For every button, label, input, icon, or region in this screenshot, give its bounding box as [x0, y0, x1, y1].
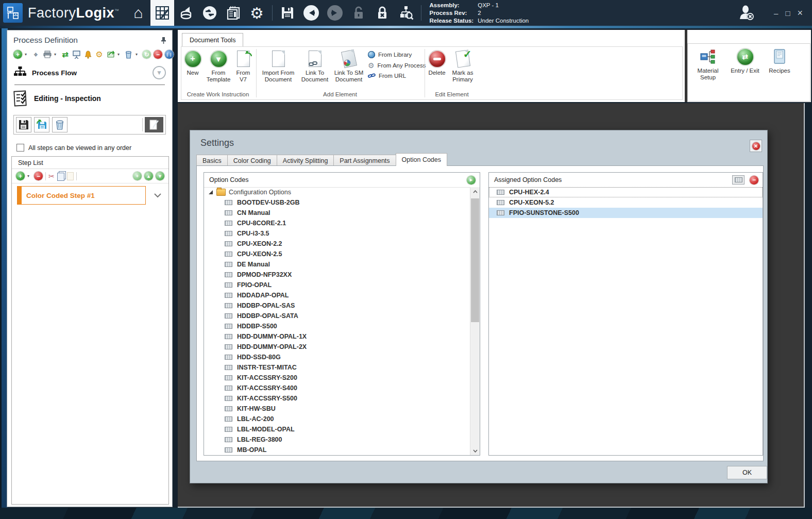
add-step-caret-icon[interactable]: ▾ — [27, 174, 31, 178]
expand-down-icon[interactable]: ▼ — [153, 66, 166, 79]
option-codes-scrollbar[interactable] — [470, 187, 480, 455]
reports-icon[interactable] — [222, 0, 245, 26]
unlock-icon[interactable] — [347, 0, 370, 26]
from-library-button[interactable]: From Library — [368, 51, 426, 58]
new-button[interactable]: + New — [182, 50, 203, 76]
option-code-row[interactable]: CN Manual — [204, 208, 470, 218]
presentation-icon[interactable] — [72, 50, 81, 59]
option-code-row[interactable]: CPU-i3-3.5 — [204, 228, 470, 239]
settings-tab[interactable]: Part Assignments — [333, 155, 396, 166]
sync-icon[interactable] — [198, 0, 222, 26]
option-code-row[interactable]: HDD-DUMMY-OPAL-2X — [204, 342, 470, 352]
option-code-row[interactable]: KIT-ACCSSRY-S400 — [204, 383, 470, 393]
data-import-icon[interactable] — [174, 0, 198, 26]
option-code-row[interactable]: HDDBP-OPAL-SATA — [204, 311, 470, 321]
option-code-row[interactable]: LBL-MODEL-OPAL — [204, 424, 470, 434]
option-code-row[interactable]: CPU-8CORE-2.1 — [204, 218, 470, 228]
keyboard-entry-button[interactable] — [732, 175, 745, 185]
option-code-row[interactable]: KIT-HW-SBU — [204, 404, 470, 414]
save-step-button[interactable] — [16, 117, 31, 132]
maximize-button[interactable]: □ — [785, 9, 790, 18]
import-save-button[interactable] — [34, 117, 49, 132]
option-code-row[interactable]: HDD-DUMMY-OPAL-1X — [204, 331, 470, 342]
pause-icon[interactable]: ❘❘ — [165, 50, 174, 59]
link-to-sm-document-button[interactable]: Link To SM Document — [332, 50, 366, 83]
ok-button[interactable]: OK — [727, 466, 767, 479]
option-code-row[interactable]: DPMOD-NFP32XX — [204, 270, 470, 280]
bell-icon[interactable] — [83, 50, 92, 59]
assigned-option-row[interactable]: CPU-XEON-5.2 — [489, 197, 763, 208]
settings-tab[interactable]: Color Coding — [227, 155, 277, 166]
print-icon[interactable] — [43, 50, 52, 59]
add-caret-icon[interactable]: ▾ — [25, 52, 29, 57]
option-code-row[interactable]: HDDBP-OPAL-SAS — [204, 300, 470, 311]
add-icon[interactable]: + — [13, 50, 22, 59]
home-icon[interactable]: ⌂ — [127, 0, 150, 26]
scroll-up-icon[interactable] — [470, 187, 480, 196]
assign-option-code-button[interactable]: ► — [467, 176, 476, 185]
process-flow-item[interactable]: Process Flow ▼ — [7, 63, 172, 82]
tree-expander-icon[interactable] — [209, 190, 213, 194]
option-code-row[interactable]: CPU-XEON-2.5 — [204, 249, 470, 259]
mark-as-primary-button[interactable]: ✓ Mark as Primary — [449, 50, 476, 83]
cut-icon[interactable]: ✂ — [48, 172, 55, 180]
option-code-row[interactable]: KIT-ACCSSRY-S200 — [204, 373, 470, 383]
binoculars-icon[interactable]: ⌖ — [31, 50, 40, 59]
any-order-checkbox-row[interactable]: All steps can be viewed in any order — [16, 144, 166, 152]
material-setup-button[interactable]: Material Setup — [693, 48, 723, 81]
export-caret-icon[interactable]: ▾ — [117, 52, 122, 57]
option-code-row[interactable]: MB-OPAL — [204, 445, 470, 455]
move-down-icon[interactable]: ▼ — [156, 172, 164, 180]
from-url-button[interactable]: From URL — [368, 73, 426, 79]
undo-back-icon[interactable] — [299, 0, 323, 26]
import-from-document-button[interactable]: Import From Document — [260, 50, 297, 83]
delete-button[interactable]: Delete — [426, 50, 448, 76]
step-chevron-icon[interactable] — [154, 193, 161, 198]
option-code-row[interactable]: INSTR-TEST-MITAC — [204, 362, 470, 373]
from-any-process-button[interactable]: ⚙From Any Process — [368, 61, 426, 70]
option-code-row[interactable]: HDDADAP-OPAL — [204, 290, 470, 300]
from-v7-button[interactable]: From V7 — [233, 50, 253, 83]
add-step-icon[interactable]: + — [16, 172, 25, 180]
process-editor-icon[interactable] — [150, 0, 174, 26]
redo-forward-icon[interactable] — [323, 0, 347, 26]
settings-tab[interactable]: Basics — [196, 155, 228, 166]
print-caret-icon[interactable]: ▾ — [54, 52, 58, 57]
remove-icon[interactable]: − — [154, 50, 162, 59]
checkbox[interactable] — [16, 144, 24, 152]
settings-tab[interactable]: Option Codes — [396, 153, 447, 166]
unassign-option-code-button[interactable]: − — [750, 176, 758, 185]
remove-step-icon[interactable]: − — [34, 172, 43, 180]
step-box[interactable]: Color Coded Step #1 — [17, 186, 146, 205]
option-code-row[interactable]: BOOTDEV-USB-2GB — [204, 197, 470, 208]
step-row[interactable]: Color Coded Step #1 — [17, 186, 163, 205]
option-code-row[interactable]: LBL-REG-3800 — [204, 434, 470, 445]
assigned-option-row[interactable]: CPU-HEX-2.4 — [489, 187, 763, 197]
option-code-row[interactable]: LBL-AC-200 — [204, 414, 470, 424]
lock-release-icon[interactable] — [370, 0, 394, 26]
save-icon[interactable] — [276, 0, 299, 26]
gear-gold-icon[interactable]: ⚙ — [95, 50, 104, 59]
move-up-icon[interactable]: ▲ — [144, 172, 153, 180]
process-search-icon[interactable] — [394, 0, 418, 26]
tab-document-tools[interactable]: Document Tools — [182, 33, 243, 47]
copy-icon[interactable] — [57, 173, 64, 181]
dialog-close-button[interactable]: ✕ — [750, 140, 762, 152]
recipes-button[interactable]: Recipes — [766, 48, 793, 74]
option-code-row[interactable]: HDD-SSD-80G — [204, 352, 470, 362]
editing-inspection-item[interactable]: Editing - Inspection — [7, 87, 172, 110]
scroll-down-icon[interactable] — [470, 446, 480, 455]
recycle-icon[interactable]: ↻ — [142, 50, 151, 59]
assigned-option-row[interactable]: FPIO-SUNSTONE-S500 — [489, 208, 763, 218]
from-template-button[interactable]: ▼ From Template — [204, 50, 233, 83]
option-code-row[interactable]: HDDBP-S500 — [204, 321, 470, 331]
edit-mode-button[interactable] — [145, 117, 163, 132]
option-code-row[interactable]: DE Manual — [204, 259, 470, 270]
entry-exit-button[interactable]: ⇄ Entry / Exit — [728, 48, 762, 74]
close-button[interactable]: × — [797, 8, 803, 19]
link-to-document-button[interactable]: Link To Document — [299, 50, 331, 83]
paste-icon[interactable] — [67, 172, 74, 180]
option-code-row[interactable]: FPIO-OPAL — [204, 280, 470, 290]
export-step-icon[interactable] — [106, 50, 115, 59]
minimize-button[interactable]: – — [774, 9, 778, 18]
